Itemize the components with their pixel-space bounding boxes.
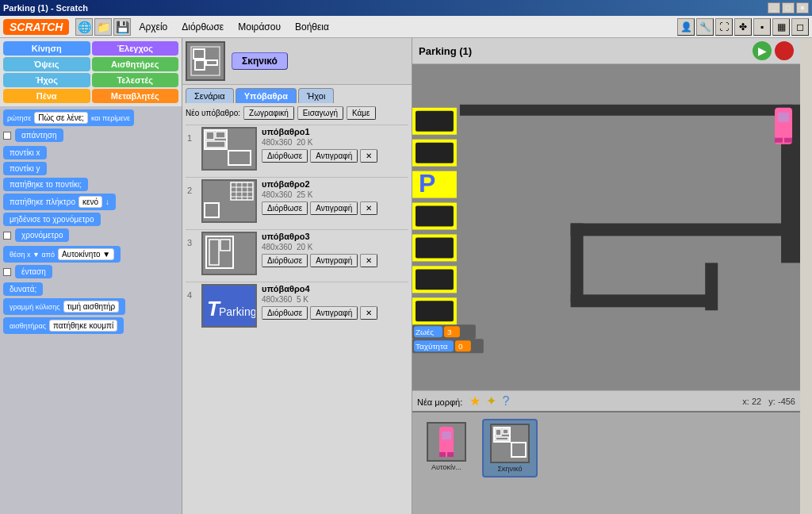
scratch-logo: SCRATCH — [3, 19, 69, 35]
minimize-button[interactable]: _ — [768, 2, 780, 13]
block-reset-timer[interactable]: μηδένισε το χρονόμετρο — [3, 213, 101, 226]
svg-rect-29 — [416, 111, 454, 132]
maximize-button[interactable]: □ — [782, 2, 795, 13]
menu-edit[interactable]: Διόρθωσε — [175, 20, 230, 34]
svg-rect-31 — [416, 143, 454, 163]
copy-bg1-button[interactable]: Αντιγραφή — [310, 149, 358, 163]
cat-looks[interactable]: Όψεις — [3, 57, 90, 71]
bg-thumb-1[interactable] — [201, 127, 257, 171]
block-mouse-down[interactable]: πατήθηκε το ποντίκι; — [3, 178, 88, 191]
delete-bg1-button[interactable]: ✕ — [360, 149, 377, 163]
camera-bg-button[interactable]: Κάμε — [347, 106, 376, 120]
new-sprite-text: Νέα μορφή: — [417, 397, 462, 407]
block-volume[interactable]: ένταση — [15, 265, 52, 278]
edit-bg2-button[interactable]: Διόρθωσε — [262, 201, 308, 215]
bg-number-2: 2 — [187, 186, 197, 195]
cat-variables[interactable]: Μεταβλητές — [92, 89, 179, 103]
globe-icon[interactable]: 🌐 — [75, 18, 93, 36]
svg-rect-42 — [460, 105, 792, 116]
tab-scripts[interactable]: Σενάρια — [186, 88, 234, 103]
cat-control[interactable]: Έλεγχος — [92, 41, 179, 56]
cat-operators[interactable]: Τελεστές — [92, 73, 179, 87]
block-loud[interactable]: δυνατά; — [3, 282, 43, 296]
main-container: Κίνηση Έλεγχος Όψεις Αισθητήρες Ήχος Τελ… — [0, 38, 812, 514]
bg-actions-1: Διόρθωσε Αντιγραφή ✕ — [262, 149, 407, 163]
window-controls[interactable]: _ □ × — [768, 2, 809, 13]
block-timer[interactable]: χρονόμετρο — [15, 228, 69, 242]
view3-icon[interactable]: ◻ — [791, 18, 809, 36]
block-categories: Κίνηση Έλεγχος Όψεις Αισθητήρες Ήχος Τελ… — [0, 38, 182, 106]
block-slider[interactable]: γραμμή κύλισης τιμή αισθητήρ — [3, 298, 125, 315]
help-icon[interactable]: ✤ — [734, 18, 752, 36]
stop-button[interactable] — [775, 41, 794, 60]
block-mouse-y[interactable]: ποντίκι y — [3, 162, 47, 175]
fullscreen-icon[interactable]: ⛶ — [715, 18, 733, 36]
bg-name-1: υπόβαθρο1 — [262, 127, 407, 136]
cat-sound[interactable]: Ήχος — [3, 73, 90, 87]
view1-icon[interactable]: ▪ — [753, 18, 771, 36]
bottom-sprite-panel: Αυτοκίν... Σκηνι — [412, 411, 800, 514]
paint-sprite-icon[interactable]: ★ — [469, 394, 481, 408]
timer-checkbox[interactable] — [3, 232, 11, 240]
bg-thumb-3[interactable] — [201, 232, 257, 275]
bg-actions-4: Διόρθωσε Αντιγραφή ✕ — [262, 306, 407, 320]
random-sprite-icon[interactable]: ? — [502, 394, 509, 408]
cat-pen[interactable]: Πένα — [3, 89, 90, 103]
green-flag-button[interactable]: ▶ — [753, 41, 772, 60]
copy-bg4-button[interactable]: Αντιγραφή — [310, 306, 358, 320]
block-mouse-x[interactable]: ποντίκι x — [3, 146, 47, 159]
sprite-item-car[interactable]: Αυτοκίν... — [419, 419, 474, 474]
svg-rect-44 — [571, 224, 784, 236]
import-sprite-icon[interactable]: ✦ — [486, 394, 496, 408]
edit-bg1-button[interactable]: Διόρθωσε — [262, 149, 308, 163]
y-coord: y: -456 — [768, 397, 795, 406]
block-sensor[interactable]: αισθητήρας πατήθηκε κουμπί — [3, 317, 124, 334]
new-bg-label: Νέο υπόβαθρο: — [186, 109, 240, 117]
block-ask[interactable]: ρώτησε Πώς σε λένε; και περίμενε — [3, 109, 134, 126]
edit-bg3-button[interactable]: Διόρθωσε — [262, 254, 308, 267]
tab-backgrounds[interactable]: Υπόβαθρα — [236, 88, 297, 103]
svg-text:P: P — [419, 169, 435, 198]
bg-thumb-2[interactable] — [201, 179, 257, 223]
import-bg-button[interactable]: Εισαγωγή — [297, 106, 343, 120]
sprite-item-stage[interactable]: Σκηνικό — [482, 419, 538, 478]
stage-bottom: Νέα μορφή: ★ ✦ ? x: 22 y: -456 — [412, 390, 800, 411]
close-button[interactable]: × — [796, 2, 809, 13]
block-answer[interactable]: απάντηση — [15, 128, 63, 142]
menu-file[interactable]: Αρχείο — [132, 20, 174, 34]
bg-thumb-4[interactable]: Τ Parking — [201, 284, 257, 328]
user-icon[interactable]: 👤 — [677, 18, 695, 36]
menu-share[interactable]: Μοιράσου — [232, 20, 287, 34]
volume-checkbox[interactable] — [3, 268, 11, 276]
svg-rect-35 — [416, 206, 454, 227]
bg-size-1: 480x360 20 K — [262, 138, 407, 147]
paint-bg-button[interactable]: Ζωγραφική — [243, 106, 294, 120]
bg-actions-2: Διόρθωσε Αντιγραφή ✕ — [262, 201, 407, 215]
block-key-pressed[interactable]: πατήθηκε πλήκτρο κενό ↓ — [3, 194, 116, 210]
delete-bg4-button[interactable]: ✕ — [360, 306, 377, 320]
title-bar: Parking (1) - Scratch _ □ × — [0, 0, 812, 16]
answer-checkbox[interactable] — [3, 132, 11, 140]
menu-help[interactable]: Βοήθεια — [289, 20, 335, 34]
sprite-label-car: Αυτοκίν... — [431, 463, 462, 471]
tab-sounds[interactable]: Ήχοι — [298, 88, 334, 103]
settings-icon[interactable]: 🔧 — [696, 18, 714, 36]
delete-bg2-button[interactable]: ✕ — [360, 201, 377, 215]
save-icon[interactable]: 💾 — [113, 18, 131, 36]
delete-bg3-button[interactable]: ✕ — [360, 254, 377, 267]
block-position[interactable]: θέση x ▼ από Αυτοκίνητο ▼ — [3, 246, 121, 263]
copy-bg2-button[interactable]: Αντιγραφή — [310, 201, 358, 215]
bg-info-4: υπόβαθρο4 480x360 5 K Διόρθωσε Αντιγραφή… — [262, 284, 407, 320]
copy-bg3-button[interactable]: Αντιγραφή — [310, 254, 358, 267]
svg-rect-64 — [442, 432, 451, 439]
svg-rect-65 — [439, 452, 446, 457]
edit-bg4-button[interactable]: Διόρθωσε — [262, 306, 308, 320]
view2-icon[interactable]: ▦ — [772, 18, 790, 36]
bg-number-4: 4 — [187, 290, 197, 300]
stage-name-button[interactable]: Σκηνικό — [232, 52, 288, 70]
cat-sensors[interactable]: Αισθητήρες — [92, 57, 179, 71]
block-volume-row: ένταση — [3, 265, 178, 278]
menu-bar: SCRATCH 🌐 📁 💾 Αρχείο Διόρθωσε Μοιράσου Β… — [0, 16, 812, 38]
cat-motion[interactable]: Κίνηση — [3, 41, 90, 56]
folder-icon[interactable]: 📁 — [94, 18, 112, 36]
